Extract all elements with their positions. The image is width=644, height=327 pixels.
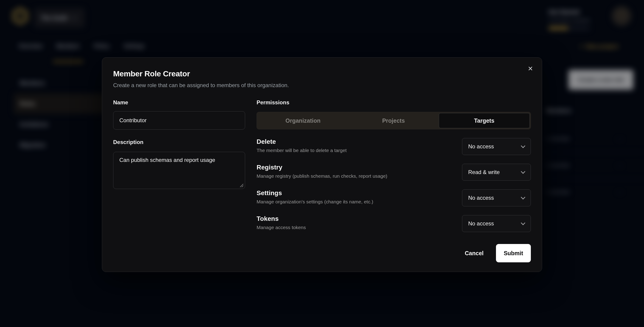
permission-description: Manage access tokens — [256, 225, 306, 230]
tokens-access-select[interactable]: No access — [462, 215, 531, 232]
name-label: Name — [113, 99, 245, 106]
permissions-label: Permissions — [256, 99, 531, 106]
permission-row-settings: Settings Manage organization's settings … — [256, 189, 531, 206]
member-role-creator-modal: ✕ Member Role Creator Create a new role … — [102, 57, 542, 272]
select-value: No access — [468, 195, 494, 201]
registry-access-select[interactable]: Read & write — [462, 164, 531, 181]
modal-subtitle: Create a new role that can be assigned t… — [113, 82, 531, 89]
permission-row-tokens: Tokens Manage access tokens No access — [256, 215, 531, 232]
description-textarea[interactable]: Can publish schemas and report usage — [113, 152, 245, 189]
select-value: Read & write — [468, 169, 500, 175]
modal-title: Member Role Creator — [113, 69, 531, 78]
close-icon[interactable]: ✕ — [525, 63, 536, 74]
description-label: Description — [113, 139, 245, 145]
permission-description: Manage registry (publish schemas, run ch… — [256, 173, 388, 179]
tab-targets[interactable]: Targets — [439, 113, 530, 128]
chevron-down-icon — [521, 221, 525, 225]
permission-description: Manage organization's settings (change i… — [256, 199, 373, 205]
submit-button[interactable]: Submit — [496, 244, 531, 262]
select-value: No access — [468, 143, 494, 150]
chevron-down-icon — [521, 195, 525, 200]
settings-access-select[interactable]: No access — [462, 189, 531, 206]
name-input[interactable] — [113, 111, 245, 130]
permissions-tabs: Organization Projects Targets — [256, 112, 531, 129]
permission-row-delete: Delete The member will be able to delete… — [256, 138, 531, 155]
tab-organization[interactable]: Organization — [258, 113, 348, 128]
permission-title: Delete — [256, 138, 346, 145]
permission-description: The member will be able to delete a targ… — [256, 148, 346, 153]
tab-projects[interactable]: Projects — [348, 113, 438, 128]
permission-row-registry: Registry Manage registry (publish schema… — [256, 164, 531, 181]
chevron-down-icon — [521, 169, 525, 174]
permission-title: Settings — [256, 189, 373, 197]
permission-title: Registry — [256, 164, 388, 171]
chevron-down-icon — [521, 144, 525, 148]
permission-title: Tokens — [256, 215, 306, 222]
select-value: No access — [468, 220, 494, 227]
cancel-button[interactable]: Cancel — [464, 248, 485, 259]
delete-access-select[interactable]: No access — [462, 138, 531, 155]
